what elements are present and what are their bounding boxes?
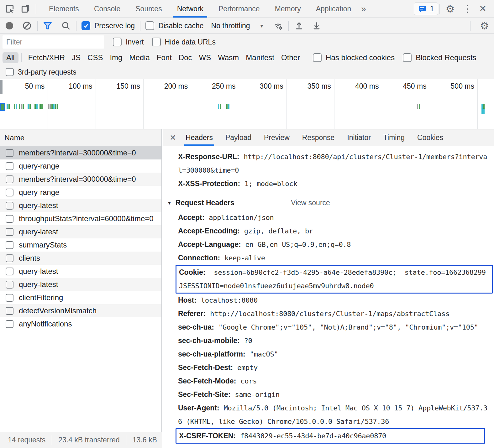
main-tab-memory[interactable]: Memory	[267, 0, 308, 18]
filter-toggle-icon[interactable]	[43, 21, 53, 31]
third-party-row: 3rd-party requests	[0, 65, 494, 79]
request-row[interactable]: query-latest	[0, 265, 161, 278]
main-tab-performance[interactable]: Performance	[211, 0, 267, 18]
disable-cache-checkbox[interactable]	[145, 21, 154, 30]
type-filter-ws[interactable]: WS	[199, 53, 211, 62]
settings-gear-icon[interactable]: ⚙	[446, 4, 455, 14]
request-checkbox[interactable]	[6, 215, 13, 223]
main-tab-console[interactable]: Console	[87, 0, 128, 18]
invert-checkbox[interactable]	[113, 38, 122, 46]
detail-tab-headers[interactable]: Headers	[186, 129, 213, 146]
main-tab-network[interactable]: Network	[170, 0, 211, 18]
waterfall-bar[interactable]	[34, 104, 38, 109]
request-checkbox[interactable]	[6, 294, 13, 302]
throttling-select[interactable]: No throttling	[211, 22, 250, 30]
type-filter-wasm[interactable]: Wasm	[218, 53, 239, 62]
type-filter-fetch-xhr[interactable]: Fetch/XHR	[28, 53, 65, 62]
detail-tab-response[interactable]: Response	[302, 129, 335, 146]
request-row[interactable]: summaryStats	[0, 238, 161, 252]
waterfall-bar[interactable]	[48, 104, 58, 109]
blocked-requests-checkbox[interactable]	[403, 53, 412, 62]
issues-counter-button[interactable]: 1	[414, 3, 438, 15]
search-icon[interactable]	[61, 21, 71, 31]
type-filter-img[interactable]: Img	[110, 53, 122, 62]
request-checkbox[interactable]	[6, 175, 13, 183]
header-value: ?0	[244, 337, 252, 345]
hide-data-urls-checkbox[interactable]	[152, 38, 161, 46]
type-filter-css[interactable]: CSS	[87, 53, 103, 62]
request-row[interactable]: detectVersionMismatch	[0, 304, 161, 317]
export-har-icon[interactable]	[312, 21, 322, 31]
detail-tab-timing[interactable]: Timing	[383, 129, 405, 146]
request-checkbox[interactable]	[6, 281, 13, 289]
inspect-element-icon[interactable]	[4, 3, 15, 14]
request-checkbox[interactable]	[6, 228, 13, 236]
waterfall-bar[interactable]	[39, 104, 43, 109]
main-menu-kebab-icon[interactable]: ⋮	[463, 4, 472, 13]
waterfall-bar[interactable]	[14, 104, 17, 109]
request-row[interactable]: query-range	[0, 159, 161, 173]
request-checkbox[interactable]	[6, 268, 13, 275]
request-checkbox[interactable]	[6, 320, 13, 328]
type-filter-js[interactable]: JS	[72, 53, 81, 62]
close-detail-icon[interactable]: ✕	[170, 133, 176, 142]
waterfall-bar[interactable]	[481, 109, 485, 114]
type-filter-manifest[interactable]: Manifest	[246, 53, 274, 62]
request-row[interactable]: query-latest	[0, 278, 161, 291]
request-checkbox[interactable]	[6, 162, 13, 170]
throttling-caret-icon[interactable]: ▼	[260, 23, 264, 29]
name-column-header[interactable]: Name	[0, 129, 161, 146]
request-row[interactable]: query-latest	[0, 225, 161, 238]
selected-request-waterfall-bar[interactable]	[0, 103, 5, 111]
request-row[interactable]: query-range	[0, 186, 161, 199]
resource-type-filter-row: AllFetch/XHRJSCSSImgMediaFontDocWSWasmMa…	[0, 50, 494, 65]
disclosure-triangle-icon[interactable]: ▼	[167, 200, 172, 206]
third-party-checkbox[interactable]	[6, 68, 14, 76]
request-row[interactable]: query-latest	[0, 199, 161, 212]
request-checkbox[interactable]	[6, 149, 13, 157]
waterfall-bar[interactable]	[28, 104, 31, 109]
type-filter-doc[interactable]: Doc	[179, 53, 192, 62]
more-tabs-icon[interactable]: »	[361, 4, 366, 14]
detail-tab-cookies[interactable]: Cookies	[417, 129, 443, 146]
record-network-log-button[interactable]	[6, 22, 13, 29]
import-har-icon[interactable]	[294, 21, 304, 31]
detail-tab-initiator[interactable]: Initiator	[347, 129, 370, 146]
network-conditions-icon[interactable]	[273, 21, 283, 31]
request-checkbox[interactable]	[6, 241, 13, 249]
request-row[interactable]: clientFiltering	[0, 291, 161, 304]
detail-tab-payload[interactable]: Payload	[225, 129, 251, 146]
request-row[interactable]: clients	[0, 252, 161, 265]
device-toolbar-icon[interactable]	[20, 3, 31, 14]
main-tab-elements[interactable]: Elements	[41, 0, 87, 18]
close-devtools-icon[interactable]: ✕	[479, 4, 486, 13]
request-checkbox[interactable]	[6, 307, 13, 315]
waterfall-bar[interactable]	[226, 104, 229, 109]
waterfall-bar[interactable]	[417, 104, 420, 109]
main-tab-sources[interactable]: Sources	[128, 0, 169, 18]
type-filter-font[interactable]: Font	[157, 53, 172, 62]
detail-tab-preview[interactable]: Preview	[264, 129, 290, 146]
main-tab-application[interactable]: Application	[308, 0, 359, 18]
type-filter-media[interactable]: Media	[129, 53, 150, 62]
waterfall-bar[interactable]	[218, 104, 221, 109]
waterfall-bar[interactable]	[481, 104, 485, 109]
network-settings-gear-icon[interactable]: ⚙	[480, 21, 489, 31]
request-checkbox[interactable]	[6, 254, 13, 262]
type-filter-other[interactable]: Other	[281, 53, 300, 62]
type-filter-all[interactable]: All	[3, 52, 18, 63]
waterfall-bar[interactable]	[19, 104, 24, 109]
request-row[interactable]: anyNotifications	[0, 317, 161, 331]
request-checkbox[interactable]	[6, 189, 13, 196]
preserve-log-checkbox[interactable]	[81, 21, 90, 30]
filter-input[interactable]	[3, 35, 104, 49]
clear-network-log-icon[interactable]	[22, 21, 32, 31]
request-row[interactable]: members?interval=300000&time=0	[0, 173, 161, 186]
waterfall-bar[interactable]	[7, 104, 10, 109]
request-row[interactable]: members?interval=300000&time=0	[0, 146, 161, 159]
request-checkbox[interactable]	[6, 202, 13, 210]
request-row[interactable]: throughputStats?interval=60000&time=0	[0, 212, 161, 225]
network-overview-timeline[interactable]: 50 ms100 ms150 ms200 ms250 ms300 ms350 m…	[0, 79, 494, 129]
has-blocked-cookies-checkbox[interactable]	[313, 53, 322, 62]
view-source-link[interactable]: View source	[291, 199, 330, 207]
